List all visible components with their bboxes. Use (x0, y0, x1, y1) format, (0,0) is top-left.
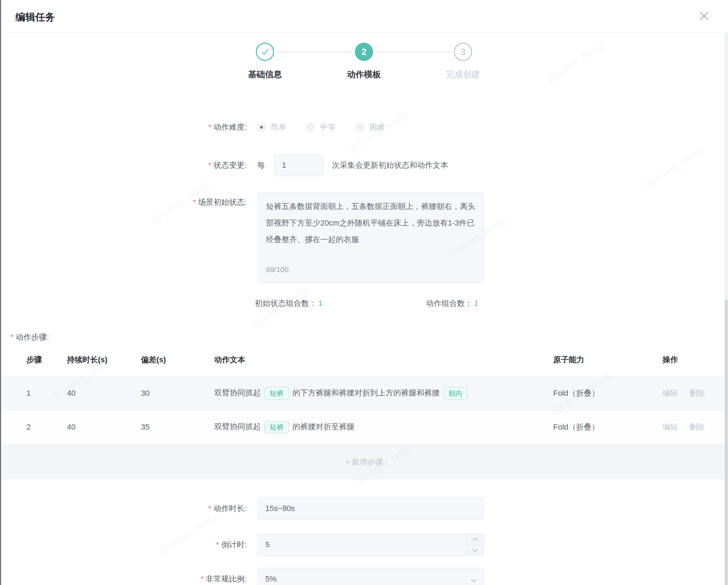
required-asterisk: * (208, 161, 211, 170)
action-duration-input[interactable]: 15s~80s (257, 497, 484, 520)
header-atomic-ability: 原子能力 (553, 355, 662, 365)
action-duration-value: 15s~80s (265, 504, 295, 513)
cell-deviation: 30 (141, 389, 214, 398)
chevron-up-icon (473, 537, 478, 543)
cell-operations: 编辑 删除 (662, 388, 728, 399)
action-duration-control: 15s~80s (257, 497, 484, 520)
radio-label: 简单 (271, 122, 286, 133)
header-action-text: 动作文本 (214, 355, 553, 365)
increase-button[interactable] (467, 534, 484, 545)
step-label: 完成创建 (414, 69, 513, 80)
required-asterisk: * (193, 198, 196, 207)
table-header-row: 步骤 持续时长(s) 偏差(s) 动作文本 原子能力 操作 (0, 343, 728, 377)
step-basic-info: 基础信息 (216, 43, 315, 80)
radio-icon (257, 123, 266, 131)
countdown-control: 5 (257, 534, 484, 556)
background-page-edge (0, 0, 1, 585)
cell-atomic-ability: Fold（折叠） (553, 388, 662, 399)
delete-link[interactable]: 删除 (689, 389, 705, 398)
radio-label: 困难 (369, 122, 385, 133)
required-asterisk: * (11, 333, 14, 342)
table-row: 2 40 35 双臂协同抓起短裤的裤腰对折至裤腿 Fold（折叠） 编辑 删除 (0, 410, 728, 444)
chevron-down-icon (471, 577, 477, 583)
countdown-input[interactable]: 5 (257, 534, 484, 556)
step-connector (375, 51, 452, 53)
action-duration-row: *动作时长: 15s~80s (0, 497, 728, 520)
close-button[interactable] (698, 10, 710, 23)
step-number: 3 (454, 43, 472, 61)
cell-duration: 40 (67, 423, 141, 432)
scene-state-text: 短裤五条数据背面朝上，五条数据正面朝上，裤腰朝右，离头部视野下方至少20cm之外… (266, 202, 475, 244)
difficulty-radio-group: 简单 中等 困难 (257, 122, 405, 133)
required-asterisk: * (208, 504, 211, 513)
unusual-ratio-select[interactable]: 5% (257, 568, 484, 585)
add-step-button[interactable]: + 新增步骤 (345, 457, 383, 467)
cell-atomic-ability: Fold（折叠） (553, 422, 662, 432)
header-duration: 持续时长(s) (67, 355, 141, 365)
initial-state-combo-count: 初始状态组合数：1 (255, 298, 322, 309)
wizard-stepper: 基础信息 2 动作模板 3 完成创建 (0, 33, 728, 80)
cell-duration: 40 (67, 389, 141, 398)
state-change-row: *状态变更: 每 1 次采集会更新初始状态和动作文本 (0, 154, 728, 176)
delete-link[interactable]: 删除 (689, 423, 705, 431)
countdown-label: *倒计时: (0, 540, 247, 550)
header-deviation: 偏差(s) (141, 355, 214, 365)
decrease-button[interactable] (467, 545, 484, 556)
radio-easy[interactable]: 简单 (257, 122, 286, 133)
unusual-ratio-row: *非常规比例: 5% (0, 568, 728, 585)
object-tag: 短裤 (264, 421, 289, 433)
state-change-prefix: 每 (257, 160, 265, 171)
state-change-input[interactable]: 1 (274, 154, 323, 176)
scrollbar[interactable] (724, 33, 728, 585)
step-label: 基础信息 (216, 69, 315, 80)
step-action-template: 2 动作模板 (315, 43, 414, 80)
difficulty-row: *动作难度: 简单 中等 困难 (0, 119, 728, 135)
countdown-value: 5 (265, 540, 270, 549)
scene-state-row: *场景初始状态: 短裤五条数据背面朝上，五条数据正面朝上，裤腰朝右，离头部视野下… (0, 192, 728, 283)
unusual-ratio-control: 5% (257, 568, 484, 585)
cell-action-text: 双臂协同抓起短裤的裤腰对折至裤腿 (214, 421, 553, 433)
unusual-ratio-label: *非常规比例: (0, 574, 247, 584)
radio-icon (356, 123, 364, 131)
scene-state-textarea[interactable]: 短裤五条数据背面朝上，五条数据正面朝上，裤腰朝右，离头部视野下方至少20cm之外… (257, 192, 484, 283)
unusual-ratio-value: 5% (265, 574, 277, 584)
number-spinner (466, 534, 484, 556)
state-change-suffix: 次采集会更新初始状态和动作文本 (332, 160, 448, 171)
step-number: 2 (355, 43, 373, 61)
step-complete-creation: 3 完成创建 (414, 43, 513, 80)
add-step-band: + 新增步骤 (0, 444, 728, 480)
action-steps-label: 动作步骤: (16, 332, 49, 343)
table-row: 1 40 30 双臂协同抓起短裤的下方裤腿和裤腰对折到上方的裤腿和裤腰朝向 Fo… (0, 377, 728, 410)
cell-deviation: 35 (141, 423, 214, 432)
header-step: 步骤 (26, 355, 67, 365)
chevron-down-icon (473, 547, 478, 552)
step-done-check-icon (256, 43, 274, 61)
edit-link[interactable]: 编辑 (662, 389, 678, 398)
edit-task-dialog: {{current_time}} {{current_time}} {{curr… (0, 0, 728, 585)
action-combo-value: 1 (474, 299, 478, 308)
cell-action-text: 双臂协同抓起短裤的下方裤腿和裤腰对折到上方的裤腿和裤腰朝向 (214, 387, 553, 400)
action-steps-table: 步骤 持续时长(s) 偏差(s) 动作文本 原子能力 操作 1 40 30 双臂… (0, 343, 728, 480)
required-asterisk: * (216, 540, 219, 549)
scene-state-control: 短裤五条数据背面朝上，五条数据正面朝上，裤腰朝右，离头部视野下方至少20cm之外… (257, 192, 484, 283)
cell-step: 1 (26, 389, 67, 398)
scene-state-label: *场景初始状态: (0, 192, 247, 208)
cell-operations: 编辑 删除 (662, 422, 728, 432)
char-counter: 69/100 (266, 261, 289, 278)
action-combo-count: 动作组合数：1 (426, 298, 478, 309)
dialog-title: 编辑任务 (16, 11, 55, 24)
difficulty-label: *动作难度: (0, 122, 247, 133)
action-duration-label: *动作时长: (0, 503, 247, 514)
state-change-label: *状态变更: (0, 160, 247, 171)
radio-hard[interactable]: 困难 (356, 122, 385, 133)
header-operations: 操作 (662, 355, 728, 365)
radio-label: 中等 (320, 122, 335, 133)
scrollbar-thumb[interactable] (725, 300, 728, 585)
radio-icon (307, 123, 315, 131)
radio-medium[interactable]: 中等 (307, 122, 335, 133)
step-connector (276, 51, 353, 53)
cell-step: 2 (26, 423, 67, 432)
initial-combo-value: 1 (318, 299, 322, 308)
combo-counts-row: 初始状态组合数：1 动作组合数：1 (0, 297, 728, 311)
edit-link[interactable]: 编辑 (662, 423, 678, 431)
